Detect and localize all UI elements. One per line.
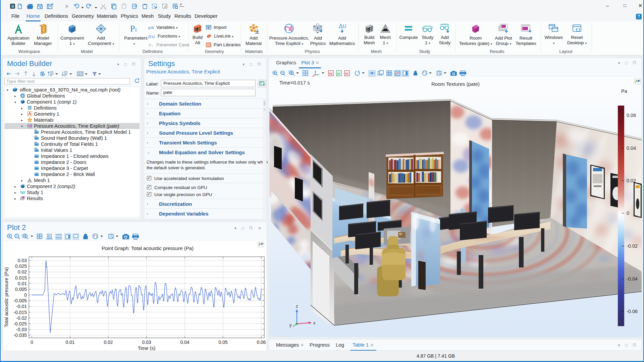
svg-text:-0.015: -0.015 xyxy=(13,310,27,315)
svg-text:-0.035: -0.035 xyxy=(13,333,27,338)
svg-text:0.04: 0.04 xyxy=(627,145,636,151)
svg-text:(x): (x) xyxy=(150,34,155,39)
svg-text:x: x xyxy=(313,320,316,325)
svg-text:U: U xyxy=(343,23,346,29)
svg-text:P: P xyxy=(130,24,135,34)
svg-text:0.025: 0.025 xyxy=(15,263,27,269)
svg-text:D: D xyxy=(35,136,36,138)
svg-text:0.02: 0.02 xyxy=(18,269,27,275)
svg-text:-0.025: -0.025 xyxy=(13,321,27,326)
svg-text:-0.03: -0.03 xyxy=(16,327,27,332)
svg-text:D: D xyxy=(35,130,36,132)
svg-text:i: i xyxy=(152,44,153,47)
svg-text:0: 0 xyxy=(627,210,629,216)
svg-text:-0.005: -0.005 xyxy=(13,298,27,303)
svg-text:-0.02: -0.02 xyxy=(627,243,638,249)
svg-text:y: y xyxy=(289,322,292,327)
svg-text:0: 0 xyxy=(24,292,27,298)
svg-text:0.06: 0.06 xyxy=(627,113,636,118)
svg-text:Total acoustic pressure (Pa): Total acoustic pressure (Pa) xyxy=(4,267,9,327)
svg-text:0.02: 0.02 xyxy=(104,340,113,345)
svg-text:0.04: 0.04 xyxy=(180,340,189,345)
svg-text:0.05: 0.05 xyxy=(218,340,227,345)
svg-text:-0.06: -0.06 xyxy=(627,309,638,314)
svg-text:Pa: Pa xyxy=(621,88,628,94)
svg-text:0.01: 0.01 xyxy=(65,340,74,345)
svg-text:0.015: 0.015 xyxy=(15,275,27,281)
svg-text:Time (s): Time (s) xyxy=(138,346,156,351)
svg-text:0.06: 0.06 xyxy=(257,340,266,345)
svg-text:a: a xyxy=(148,25,151,30)
svg-text:0.03: 0.03 xyxy=(18,258,27,263)
svg-text:0.02: 0.02 xyxy=(627,178,636,183)
svg-text:0: 0 xyxy=(31,340,33,345)
svg-text:0.03: 0.03 xyxy=(142,340,151,345)
svg-text:z: z xyxy=(296,304,298,309)
svg-text:0.005: 0.005 xyxy=(15,287,27,292)
svg-text:0.01: 0.01 xyxy=(18,281,27,286)
svg-text:-0.04: -0.04 xyxy=(627,276,638,282)
svg-text:i: i xyxy=(135,26,137,33)
svg-text:P: P xyxy=(149,43,151,47)
svg-text:Time=0.017 s: Time=0.017 s xyxy=(279,80,310,85)
svg-text:Point Graph: Total acoustic pr: Point Graph: Total acoustic pressure (Pa… xyxy=(102,245,194,251)
svg-text:D: D xyxy=(35,142,36,144)
svg-text:-0.02: -0.02 xyxy=(16,315,27,321)
svg-text:Room Textures (pate): Room Textures (pate) xyxy=(431,81,480,87)
svg-text:-0.01: -0.01 xyxy=(16,304,27,309)
svg-text:D: D xyxy=(35,148,36,150)
